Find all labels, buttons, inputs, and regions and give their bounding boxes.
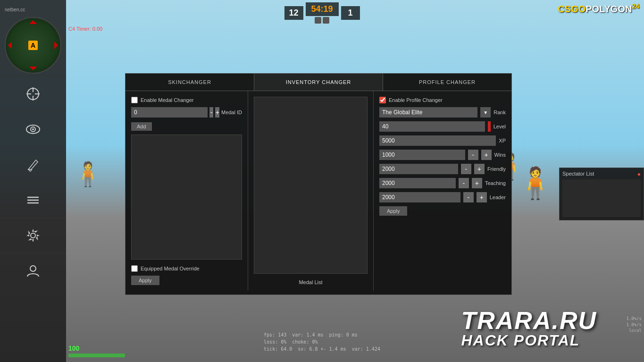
- enable-profile-changer-row: Enable Profile Changer: [379, 97, 506, 103]
- blue-player-1: 🧍: [73, 160, 102, 188]
- dialog-tabs: SKINCHANGER INVENTORY CHANGER PROFILE CH…: [125, 74, 511, 91]
- teaching-minus-button[interactable]: -: [459, 178, 469, 188]
- leader-minus-button[interactable]: -: [463, 192, 474, 202]
- svg-point-12: [30, 266, 36, 271]
- teaching-row: - + Teaching: [379, 178, 506, 188]
- sidebar-item-crosshair[interactable]: [0, 76, 66, 111]
- add-medal-button[interactable]: Add: [131, 122, 152, 131]
- fps-info: fps: 143 var: 1.4 ms ping: 0 ms loss: 0%…: [264, 331, 380, 353]
- medal-id-input[interactable]: [131, 107, 208, 118]
- medal-id-label: Medal ID: [221, 109, 242, 115]
- main-dialog: SKINCHANGER INVENTORY CHANGER PROFILE CH…: [125, 73, 512, 295]
- logo-polygon: POLYGON: [585, 4, 632, 14]
- spectator-title-row: Spectator List ●: [562, 171, 641, 177]
- dialog-content: Enable Medal Changer - + Medal ID Add Eq…: [125, 91, 511, 291]
- apply-medal-button[interactable]: Apply: [131, 276, 159, 285]
- friendly-minus-button[interactable]: -: [461, 164, 471, 174]
- arrow-bottom: [29, 67, 37, 70]
- score-right: 1: [341, 6, 360, 20]
- wins-plus-button[interactable]: +: [481, 150, 492, 160]
- level-label: Level: [493, 124, 506, 129]
- arrow-left: [8, 42, 12, 49]
- teaching-plus-button[interactable]: +: [472, 178, 482, 188]
- enable-profile-changer-checkbox[interactable]: [379, 97, 386, 103]
- enable-medal-changer-row: Enable Medal Changer: [131, 97, 242, 103]
- health-value: 100: [68, 345, 79, 352]
- enable-medal-changer-checkbox[interactable]: [131, 97, 138, 103]
- fps-text: fps: 143 var: 1.4 ms ping: 0 ms loss: 0%…: [264, 331, 380, 353]
- game-timer: 54:19: [305, 2, 338, 16]
- logo-csgo: CSGO: [558, 4, 585, 14]
- panel-medal-list: Medal List: [248, 91, 374, 291]
- sidebar-item-profile[interactable]: [0, 253, 66, 288]
- equipped-medal-override-label: Equipped Medal Override: [141, 266, 200, 271]
- arrow-right: [54, 42, 58, 49]
- medal-id-minus-button[interactable]: -: [209, 107, 213, 118]
- dot-right: [323, 17, 329, 24]
- bottom-hud: 100: [68, 345, 125, 357]
- leader-plus-button[interactable]: +: [477, 192, 487, 202]
- logo-number: 24: [632, 2, 639, 10]
- sidebar-item-eye[interactable]: [0, 111, 66, 147]
- minimap-player: A: [28, 41, 38, 50]
- tab-inventory-changer[interactable]: INVENTORY CHANGER: [254, 74, 383, 91]
- score-left: 12: [284, 6, 303, 20]
- medal-list-label: Medal List: [254, 279, 368, 285]
- level-input[interactable]: [379, 121, 485, 132]
- sidebar-item-knife[interactable]: [0, 147, 66, 182]
- sidebar-item-settings[interactable]: [0, 218, 66, 253]
- wins-row: - + Wins: [379, 150, 506, 160]
- xp-input[interactable]: [379, 135, 496, 146]
- spectator-panel: Spectator List ●: [559, 168, 644, 220]
- teaching-input[interactable]: [379, 178, 456, 188]
- score-left-block: 12: [284, 6, 303, 20]
- player-name: netben.cc: [5, 7, 25, 12]
- friendly-row: - + Friendly: [379, 164, 506, 174]
- minimap: A: [5, 17, 61, 74]
- panel-medal-changer: Enable Medal Changer - + Medal ID Add Eq…: [125, 91, 248, 291]
- right-fps-text: 1.0%/s 1.0%/s local: [626, 316, 642, 334]
- spectator-content: [562, 179, 641, 217]
- round-dots: [315, 17, 329, 24]
- tab-profile-changer[interactable]: PROFILE CHANGER: [383, 74, 511, 91]
- sidebar-item-menu[interactable]: [0, 182, 66, 218]
- equipped-medal-override-checkbox[interactable]: [131, 265, 138, 272]
- leader-row: - + Leader: [379, 192, 506, 202]
- right-fps: 1.0%/s 1.0%/s local: [626, 316, 642, 334]
- apply-profile-button[interactable]: Apply: [379, 206, 408, 216]
- tab-skinchanger[interactable]: SKINCHANGER: [125, 74, 254, 91]
- spectator-title-label: Spectator List: [562, 171, 594, 177]
- c4-timer: C4 Timer: 0.00: [68, 26, 102, 32]
- medal-id-row: - + Medal ID: [131, 107, 242, 118]
- level-red-bar: [488, 121, 491, 132]
- svg-point-11: [31, 233, 35, 238]
- friendly-input[interactable]: [379, 164, 458, 174]
- rank-label: Rank: [493, 109, 506, 115]
- xp-row: XP: [379, 135, 506, 146]
- enable-profile-changer-label: Enable Profile Changer: [389, 97, 443, 103]
- wins-input[interactable]: [379, 150, 465, 160]
- rank-dropdown-button[interactable]: ▼: [480, 107, 491, 118]
- teaching-label: Teaching: [485, 180, 506, 186]
- friendly-plus-button[interactable]: +: [474, 164, 485, 174]
- spectator-close-button[interactable]: ●: [637, 171, 641, 177]
- xp-label: XP: [499, 138, 506, 143]
- watermark-line1: TRARA.RU: [461, 308, 597, 333]
- leader-label: Leader: [490, 194, 506, 200]
- sidebar-top: netben.cc: [0, 5, 66, 15]
- rank-input[interactable]: [379, 107, 477, 118]
- enable-medal-changer-label: Enable Medal Changer: [141, 97, 194, 103]
- leader-input[interactable]: [379, 192, 460, 202]
- medal-list-area: [131, 135, 242, 260]
- watermark: TRARA.RU HACK PORTAL: [461, 308, 597, 348]
- wins-minus-button[interactable]: -: [468, 150, 478, 160]
- svg-point-7: [32, 128, 34, 130]
- level-row: Level: [379, 121, 506, 132]
- wins-label: Wins: [494, 152, 506, 158]
- score-right-block: 1: [341, 6, 360, 20]
- dot-left: [315, 17, 321, 24]
- medal-id-plus-button[interactable]: +: [215, 107, 219, 118]
- rank-row: ▼ Rank: [379, 107, 506, 118]
- friendly-label: Friendly: [487, 166, 506, 172]
- csgopolygon-logo: CSGOPOLYGON24: [558, 2, 639, 15]
